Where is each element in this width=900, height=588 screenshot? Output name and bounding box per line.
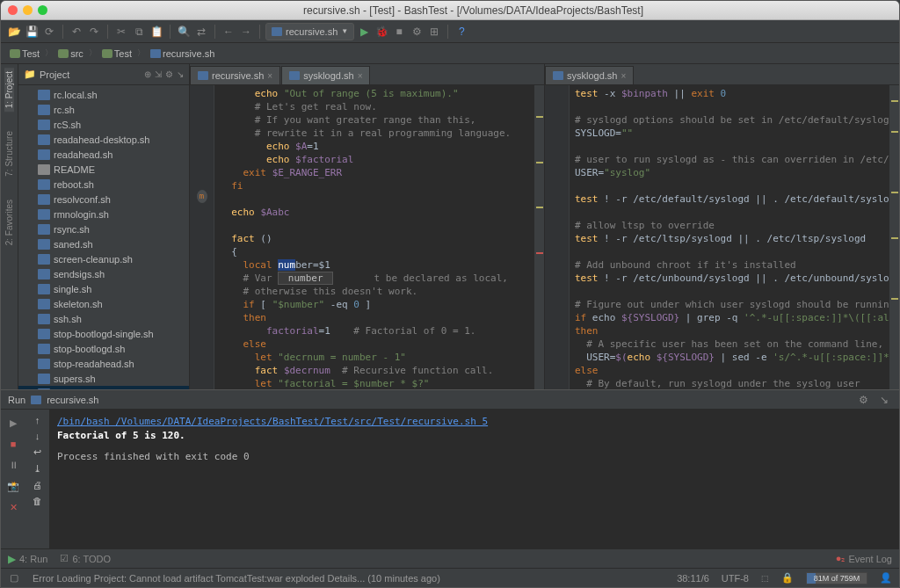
tree-item[interactable]: rc.local.sh — [18, 87, 189, 102]
tree-item[interactable]: stop-readahead.sh — [18, 356, 189, 371]
tree-item[interactable]: stop-bootlogd.sh — [18, 341, 189, 356]
sh-file-icon — [38, 314, 50, 324]
breadcrumb-item[interactable]: Test — [6, 47, 43, 61]
tree-item[interactable]: screen-cleanup.sh — [18, 251, 189, 266]
tree-item[interactable]: rc.sh — [18, 102, 189, 117]
run-config-selector[interactable]: recursive.sh ▼ — [265, 23, 354, 40]
favorites-tool-tab[interactable]: 2: Favorites — [4, 196, 14, 249]
code-editor[interactable]: echo "Out of range (5 is maximum)." # Le… — [214, 85, 533, 389]
up-icon[interactable]: ↑ — [35, 415, 40, 425]
stop-icon[interactable]: ■ — [5, 436, 21, 452]
tree-item[interactable]: skeleton.sh — [18, 296, 189, 311]
project-tool-tab[interactable]: 1: Project — [4, 68, 14, 112]
project-tree[interactable]: rc.local.shrc.shrcS.shreadahead-desktop.… — [18, 85, 189, 389]
tree-item[interactable]: ssh.sh — [18, 311, 189, 326]
sh-file-icon — [38, 209, 50, 220]
redo-icon[interactable]: ↷ — [86, 24, 102, 40]
console-output[interactable]: /bin/bash /Volumes/DATA/IdeaProjects/Bas… — [50, 410, 899, 548]
find-icon[interactable]: 🔍 — [176, 24, 192, 40]
status-message[interactable]: Error Loading Project: Cannot load artif… — [33, 573, 440, 584]
tree-item[interactable]: saned.sh — [18, 236, 189, 251]
wrap-icon[interactable]: ↩ — [33, 446, 41, 458]
sh-file-icon — [38, 239, 50, 250]
minimize-window-icon[interactable] — [23, 5, 33, 15]
close-tab-icon[interactable]: × — [621, 71, 626, 81]
replace-icon[interactable]: ⇄ — [193, 24, 209, 40]
tree-item[interactable]: rcS.sh — [18, 117, 189, 132]
cursor-position: 38:11/6 — [677, 573, 709, 584]
status-icon[interactable]: ▢ — [8, 572, 20, 584]
tree-item[interactable]: readahead.sh — [18, 147, 189, 162]
save-icon[interactable]: 💾 — [24, 24, 40, 40]
tree-item-label: sendsigs.sh — [54, 269, 105, 279]
editor-tab[interactable]: sysklogd.sh× — [281, 66, 370, 84]
folder-icon — [10, 49, 20, 58]
editor-tab[interactable]: sysklogd.sh× — [545, 66, 634, 84]
error-stripe[interactable] — [889, 85, 899, 389]
down-icon[interactable]: ↓ — [35, 431, 40, 441]
forward-icon[interactable]: → — [238, 24, 254, 40]
close-tab-icon[interactable]: × — [358, 71, 363, 81]
gear-icon[interactable]: ⚙ — [165, 69, 173, 79]
run-tab[interactable]: ▶4: Run — [8, 553, 47, 565]
print-icon[interactable]: 🖨 — [33, 480, 42, 490]
sh-file-icon — [38, 254, 50, 265]
tree-item[interactable]: supers.sh — [18, 371, 189, 386]
pause-icon[interactable]: ⏸ — [5, 457, 21, 473]
main-toolbar: 📂 💾 ⟳ ↶ ↷ ✂ ⧉ 📋 🔍 ⇄ ← → recursive.sh ▼ ▶… — [1, 20, 899, 43]
breadcrumb-item[interactable]: src — [54, 47, 87, 61]
tree-item[interactable]: reboot.sh — [18, 177, 189, 192]
debug-icon[interactable]: 🐞 — [374, 24, 389, 40]
tree-item-label: readahead.sh — [54, 149, 112, 160]
hide-icon[interactable]: ↘ — [177, 69, 184, 79]
gear-icon[interactable]: ⚙ — [855, 392, 871, 408]
run-panel-title: Run — [8, 395, 25, 405]
collapse-icon[interactable]: ⇲ — [155, 69, 162, 79]
tree-item[interactable]: rmnologin.sh — [18, 207, 189, 221]
tree-item[interactable]: resolvconf.sh — [18, 192, 189, 207]
cut-icon[interactable]: ✂ — [113, 24, 129, 40]
scroll-from-source-icon[interactable]: ⊕ — [144, 69, 151, 79]
close-icon[interactable]: ✕ — [5, 499, 21, 515]
rerun-icon[interactable]: ▶ — [5, 415, 21, 431]
tree-item[interactable]: sendsigs.sh — [18, 266, 189, 281]
code-editor[interactable]: test -x $binpath || exit 0 # syslogd opt… — [570, 85, 889, 389]
lock-icon[interactable]: 🔒 — [781, 572, 794, 584]
tree-item[interactable]: readahead-desktop.sh — [18, 132, 189, 147]
memory-indicator[interactable]: 81M of 759M — [806, 572, 867, 584]
hide-icon[interactable]: ↘ — [876, 392, 892, 408]
error-stripe[interactable] — [533, 85, 544, 389]
todo-tab[interactable]: ☑6: TODO — [60, 553, 111, 564]
sh-file-icon — [38, 329, 50, 339]
open-icon[interactable]: 📂 — [6, 24, 22, 40]
scroll-icon[interactable]: ⤓ — [33, 463, 41, 475]
editor-tab[interactable]: recursive.sh× — [190, 66, 280, 84]
breadcrumb-item[interactable]: Test — [98, 47, 135, 61]
stop-icon[interactable]: ■ — [391, 24, 407, 40]
event-log-tab[interactable]: ●₂Event Log — [836, 553, 892, 564]
close-tab-icon[interactable]: × — [267, 71, 272, 81]
tree-item-label: readahead-desktop.sh — [54, 134, 149, 145]
paste-icon[interactable]: 📋 — [149, 24, 164, 40]
structure-icon[interactable]: ⊞ — [426, 24, 442, 40]
settings-icon[interactable]: ⚙ — [409, 24, 425, 40]
back-icon[interactable]: ← — [221, 24, 236, 40]
help-icon[interactable]: ? — [454, 24, 469, 40]
run-icon[interactable]: ▶ — [356, 24, 372, 40]
tree-item[interactable]: rsync.sh — [18, 221, 189, 236]
zoom-window-icon[interactable] — [38, 5, 47, 15]
dump-icon[interactable]: 📸 — [5, 478, 21, 494]
breadcrumb-item[interactable]: recursive.sh — [147, 47, 218, 61]
structure-tool-tab[interactable]: 7: Structure — [4, 127, 14, 180]
tree-item[interactable]: single.sh — [18, 281, 189, 296]
clear-icon[interactable]: 🗑 — [33, 496, 42, 506]
copy-icon[interactable]: ⧉ — [131, 24, 147, 40]
hector-icon[interactable]: 👤 — [880, 572, 892, 584]
window-title: recursive.sh - [Test] - BashTest - [/Vol… — [54, 4, 892, 17]
tree-item[interactable]: README — [18, 162, 189, 177]
encoding[interactable]: UTF-8 — [722, 573, 749, 584]
undo-icon[interactable]: ↶ — [69, 24, 84, 40]
refresh-icon[interactable]: ⟳ — [41, 24, 57, 40]
tree-item[interactable]: stop-bootlogd-single.sh — [18, 326, 189, 341]
close-window-icon[interactable] — [8, 5, 18, 15]
